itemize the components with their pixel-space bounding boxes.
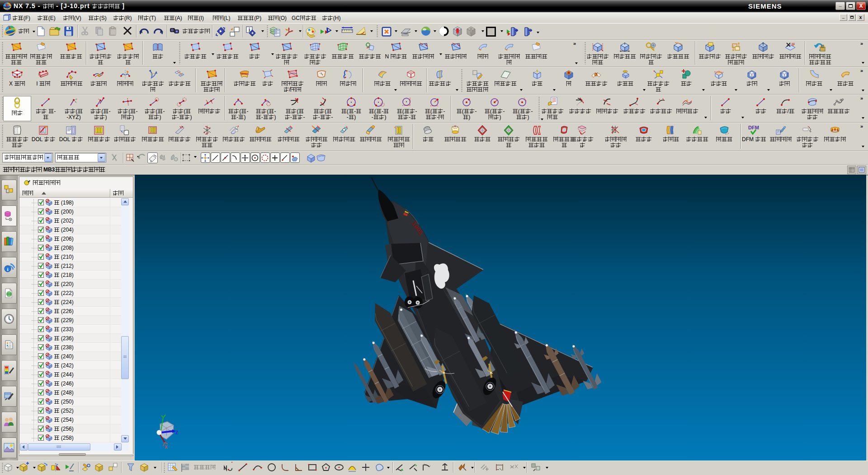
svg-text:Z: Z [175, 430, 178, 435]
svg-text:X: X [165, 445, 168, 450]
